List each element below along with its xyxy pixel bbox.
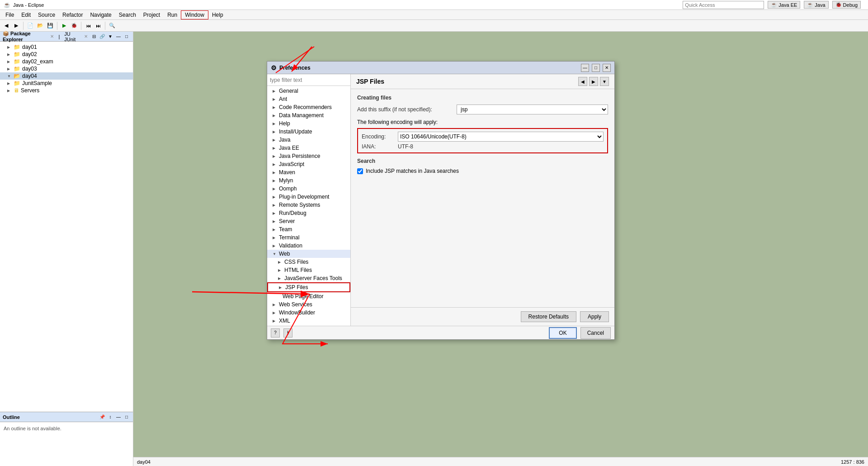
- suffix-select[interactable]: jsp: [457, 105, 608, 114]
- dialog-minimize-btn[interactable]: —: [581, 64, 589, 72]
- toolbar-run[interactable]: ▶: [60, 21, 69, 30]
- cancel-btn[interactable]: Cancel: [580, 327, 611, 339]
- nav-window-builder[interactable]: ▶ WindowBuilder: [267, 309, 350, 317]
- nav-java[interactable]: ▶ Java: [267, 136, 350, 144]
- menu-search[interactable]: Search: [115, 11, 140, 19]
- toolbar-open[interactable]: 📂: [36, 21, 45, 30]
- ok-cancel-row: OK Cancel: [296, 327, 611, 339]
- toolbar-search[interactable]: 🔍: [108, 21, 117, 30]
- nav-code-recommenders[interactable]: ▶ Code Recommenders: [267, 103, 350, 111]
- nav-javascript[interactable]: ▶ JavaScript: [267, 160, 350, 168]
- outline-pin-btn[interactable]: 📌: [99, 414, 106, 421]
- nav-maven[interactable]: ▶ Maven: [267, 168, 350, 176]
- dialog-bottom-bar: ? ℹ OK Cancel: [267, 326, 614, 339]
- dialog-close-btn[interactable]: ✕: [603, 64, 611, 72]
- nav-terminal[interactable]: ▶ Terminal: [267, 233, 350, 242]
- apply-btn[interactable]: Apply: [580, 311, 609, 322]
- nav-mylyn[interactable]: ▶ Mylyn: [267, 176, 350, 185]
- package-explorer-tab[interactable]: 📦 Package Explorer: [3, 31, 47, 42]
- tree-item-servers[interactable]: ▶ 🖥 Servers: [0, 87, 133, 94]
- dialog-restore-btn[interactable]: □: [592, 64, 600, 72]
- nav-general[interactable]: ▶ General: [267, 87, 350, 95]
- tree-item-day03[interactable]: ▶ 📁 day03: [0, 65, 133, 72]
- panel-header: 📦 Package Explorer ✕ | JU JUnit ✕ ⊟ 🔗 ▼ …: [0, 32, 133, 42]
- dialog-info-btn[interactable]: ℹ: [283, 328, 292, 338]
- tree-item-day01[interactable]: ▶ 📁 day01: [0, 43, 133, 51]
- outline-max-btn[interactable]: □: [123, 414, 130, 421]
- nav-html-files[interactable]: ▶ HTML Files: [267, 266, 350, 274]
- outline-header: Outline 📌 ↕ — □: [0, 412, 133, 422]
- checkbox-row: Include JSP matches in Java searches: [357, 168, 608, 174]
- perspective-java[interactable]: ☕ Java: [804, 1, 828, 9]
- menu-source[interactable]: Source: [34, 11, 59, 19]
- panel-maximize-btn[interactable]: □: [123, 33, 130, 40]
- nav-java-persistence[interactable]: ▶ Java Persistence: [267, 152, 350, 160]
- dialog-menu-btn[interactable]: ▼: [600, 77, 609, 86]
- nav-java-ee[interactable]: ▶ Java EE: [267, 144, 350, 152]
- panel-minimize-btn[interactable]: —: [115, 33, 122, 40]
- tree-item-day04[interactable]: ▼ 📂 day04: [0, 72, 133, 80]
- dialog-help-btn[interactable]: ?: [271, 328, 280, 338]
- menu-project[interactable]: Project: [140, 11, 164, 19]
- link-btn[interactable]: 🔗: [99, 33, 106, 40]
- menu-file[interactable]: File: [2, 11, 18, 19]
- dialog-back-btn[interactable]: ◀: [578, 77, 587, 86]
- ok-btn[interactable]: OK: [549, 327, 576, 339]
- toolbar-prev[interactable]: ⏮: [84, 21, 93, 30]
- nav-jsf-tools[interactable]: ▶ JavaServer Faces Tools: [267, 274, 350, 282]
- nav-validation[interactable]: ▶ Validation: [267, 242, 350, 250]
- left-panel: 📦 Package Explorer ✕ | JU JUnit ✕ ⊟ 🔗 ▼ …: [0, 32, 133, 466]
- nav-team[interactable]: ▶ Team: [267, 225, 350, 233]
- nav-oomph[interactable]: ▶ Oomph: [267, 185, 350, 193]
- perspective-java-ee[interactable]: ☕ Java EE: [768, 1, 800, 9]
- dialog-content: JSP Files ◀ ▶ ▼ Creating files: [351, 74, 614, 326]
- toolbar-btn-1[interactable]: ◀: [2, 21, 11, 30]
- quick-access-input[interactable]: [683, 1, 764, 9]
- nav-install-update[interactable]: ▶ Install/Update: [267, 128, 350, 136]
- collapse-all-btn[interactable]: ⊟: [90, 33, 98, 40]
- tree-item-day02[interactable]: ▶ 📁 day02: [0, 51, 133, 58]
- dialog-filter-input[interactable]: [267, 74, 350, 86]
- menu-edit[interactable]: Edit: [18, 11, 34, 19]
- outline-panel: Outline 📌 ↕ — □ An outline is not availa…: [0, 412, 133, 466]
- nav-jsp-files[interactable]: ▶ JSP Files: [267, 282, 350, 292]
- jsp-search-checkbox[interactable]: [357, 168, 363, 174]
- nav-help[interactable]: ▶ Help: [267, 119, 350, 128]
- nav-web[interactable]: ▼ Web: [267, 250, 350, 258]
- nav-xml[interactable]: ▶ XML: [267, 317, 350, 325]
- editor-area: ⚙ Preferences — □ ✕ ▶ General: [133, 32, 868, 457]
- toolbar-save[interactable]: 💾: [46, 21, 55, 30]
- outline-sort-btn[interactable]: ↕: [107, 414, 114, 421]
- tree-item-junitsample[interactable]: ▶ 📁 JunitSample: [0, 80, 133, 87]
- outline-hide-btn[interactable]: —: [115, 414, 122, 421]
- menu-run[interactable]: Run: [164, 11, 181, 19]
- menu-window[interactable]: Window: [181, 10, 208, 19]
- toolbar-next[interactable]: ⏭: [94, 21, 103, 30]
- encoding-select[interactable]: ISO 10646/Unicode(UTF-8): [398, 132, 604, 142]
- nav-ant[interactable]: ▶ Ant: [267, 95, 350, 103]
- nav-data-management[interactable]: ▶ Data Management: [267, 111, 350, 119]
- nav-server[interactable]: ▶ Server: [267, 217, 350, 225]
- tree-label: day04: [22, 73, 37, 79]
- toolbar-new[interactable]: 📄: [26, 21, 35, 30]
- menu-navigate[interactable]: Navigate: [86, 11, 115, 19]
- perspective-debug[interactable]: 🐞 Debug: [832, 1, 861, 9]
- nav-run-debug[interactable]: ▶ Run/Debug: [267, 209, 350, 217]
- dialog-fwd-btn[interactable]: ▶: [589, 77, 598, 86]
- restore-defaults-btn[interactable]: Restore Defaults: [521, 311, 576, 322]
- tree-arrow: ▶: [7, 45, 12, 49]
- encoding-intro: The following encoding will apply:: [357, 119, 608, 125]
- tree-item-day02exam[interactable]: ▶ 📁 day02_exam: [0, 58, 133, 65]
- toolbar-btn-2[interactable]: ▶: [12, 21, 21, 30]
- nav-web-services[interactable]: ▶ Web Services: [267, 300, 350, 309]
- suffix-row: Add this suffix (if not specified): jsp: [357, 105, 608, 114]
- menu-help[interactable]: Help: [208, 11, 227, 19]
- panel-menu-btn[interactable]: ▼: [107, 33, 114, 40]
- toolbar-debug[interactable]: 🐞: [70, 21, 79, 30]
- nav-plugin-dev[interactable]: ▶ Plug-in Development: [267, 193, 350, 201]
- junit-tab[interactable]: JU JUnit: [64, 31, 81, 42]
- menu-refactor[interactable]: Refactor: [59, 11, 86, 19]
- nav-remote-systems[interactable]: ▶ Remote Systems: [267, 201, 350, 209]
- nav-web-page-editor[interactable]: Web Page Editor: [267, 292, 350, 300]
- nav-css-files[interactable]: ▶ CSS Files: [267, 258, 350, 266]
